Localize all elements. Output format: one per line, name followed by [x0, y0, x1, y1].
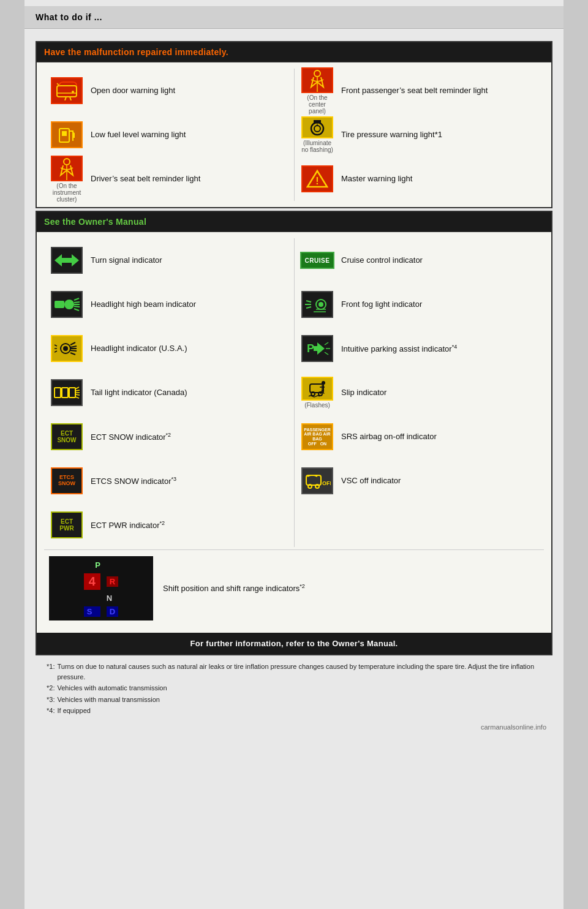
svg-line-22 — [74, 298, 79, 300]
main-content: Have the malfunction repaired immediatel… — [24, 41, 564, 734]
highbeam-svg — [53, 296, 80, 313]
footnote-3-ref: *3: — [47, 695, 55, 705]
seatbelt2-svg — [306, 69, 328, 92]
seatbelt-svg — [56, 157, 78, 180]
shift-r: R — [107, 576, 118, 587]
slip-svg — [306, 379, 328, 399]
footnote-1-text: Turns on due to natural causes such as n… — [57, 662, 541, 682]
passenger-seatbelt-icon: (On the center panel) — [300, 75, 335, 107]
svg-rect-60 — [306, 475, 321, 485]
footnote-2-text: Vehicles with automatic transmission — [57, 683, 167, 693]
svg-line-29 — [70, 342, 75, 345]
tire-pressure-sublabel: (Illuminate no flashing) — [300, 140, 335, 153]
svg-point-2 — [72, 91, 74, 93]
svg-point-62 — [315, 485, 319, 488]
section2-body: Turn signal indicator — [37, 232, 551, 633]
ect-pwr-label: ECT PWR indicator*2 — [91, 519, 165, 531]
svg-line-55 — [325, 352, 328, 355]
slip-icon: (Flashes) — [300, 377, 335, 409]
section2-header: See the Owner's Manual — [37, 212, 551, 232]
parking-svg: P — [304, 340, 331, 357]
front-fog-label: Front fog light indicator — [341, 299, 422, 310]
car-door-svg — [56, 81, 78, 100]
svg-line-44 — [75, 397, 79, 398]
list-item: CRUISE Cruise control indicator — [295, 238, 544, 282]
section1-header: Have the malfunction repaired immediatel… — [37, 42, 551, 62]
list-item: ! Master warning light — [295, 157, 544, 201]
list-item: PASSENGERAIR BAG AIR BAGOFF ON SRS airba… — [295, 415, 544, 459]
low-fuel-icon — [49, 119, 85, 151]
list-item: Open door warning light — [44, 69, 294, 113]
footnote-2-ref: *2: — [47, 683, 55, 693]
front-fog-svg — [304, 296, 331, 313]
srs-label: SRS airbag on-off indicator — [341, 431, 437, 442]
master-warning-label: Master warning light — [341, 173, 412, 184]
svg-line-41 — [75, 390, 80, 391]
bottom-bar: For further information, refer to the Ow… — [37, 633, 551, 654]
svg-line-43 — [75, 394, 80, 395]
passenger-seatbelt-label: Front passenger’s seat belt reminder lig… — [341, 85, 488, 96]
ect-pwr-icon: ECTPWR — [49, 509, 85, 541]
svg-rect-39 — [69, 388, 75, 398]
svg-point-28 — [63, 346, 68, 351]
footnote-4-text: If equipped — [57, 706, 90, 716]
svg-marker-19 — [62, 254, 79, 266]
ect-snow-icon: ECTSNOW — [49, 421, 85, 453]
svg-rect-20 — [55, 301, 64, 308]
turn-signal-label: Turn signal indicator — [91, 255, 162, 266]
footnote-1-ref: *1: — [47, 662, 55, 682]
srs-icon: PASSENGERAIR BAG AIR BAGOFF ON — [300, 421, 335, 453]
svg-line-33 — [70, 353, 75, 355]
shift-s: S — [84, 606, 100, 617]
headlight-usa-icon — [49, 333, 85, 364]
section1-grid: Open door warning light — [44, 69, 544, 201]
svg-point-61 — [308, 485, 312, 488]
list-item: ECTSNOW ECT SNOW indicator*2 — [44, 415, 294, 459]
slip-sublabel: (Flashes) — [304, 402, 330, 409]
turn-signal-icon — [49, 244, 85, 276]
svg-line-5 — [57, 83, 59, 86]
svg-point-46 — [318, 302, 323, 307]
highbeam-icon — [49, 289, 85, 320]
etcs-snow-icon: ETCSSNOW — [49, 465, 85, 497]
svg-point-14 — [314, 126, 320, 132]
footnotes: *1: Turns on due to natural causes such … — [36, 655, 552, 723]
svg-line-49 — [306, 307, 311, 308]
list-item: (On the instrument cluster) Driver’s sea… — [44, 157, 294, 201]
vsc-label: VSC off indicator — [341, 475, 401, 486]
svg-line-34 — [55, 345, 57, 346]
driver-seatbelt-label: Driver’s seat belt reminder light — [91, 173, 200, 184]
svg-point-11 — [314, 70, 320, 77]
footnote-2: *2: Vehicles with automatic transmission — [47, 683, 541, 693]
svg-rect-38 — [62, 388, 68, 398]
list-item: OFF VSC off indicator — [295, 459, 544, 503]
svg-rect-37 — [55, 388, 61, 398]
section2-left: Turn signal indicator — [44, 238, 294, 547]
fuel-svg — [56, 125, 78, 145]
parking-assist-label: Intuitive parking assist indicator*4 — [341, 343, 457, 355]
svg-line-26 — [74, 309, 79, 311]
ect-snow-label: ECT SNOW indicator*2 — [91, 431, 171, 443]
master-warning-icon: ! — [300, 163, 335, 195]
list-item: (Flashes) Slip indicator — [295, 371, 544, 415]
section1-right: (On the center panel) Front passenger’s … — [294, 69, 544, 201]
driver-seatbelt-icon: (On the instrument cluster) — [49, 163, 85, 195]
highbeam-label: Headlight high beam indicator — [91, 299, 196, 310]
footer-domain: carmanualsonline.info — [36, 723, 552, 734]
list-item: ECTPWR ECT PWR indicator*2 — [44, 503, 294, 547]
shift-label: Shift position and shift range indicator… — [163, 583, 305, 594]
list-item: Tail light indicator (Canada) — [44, 371, 294, 415]
turn-signal-svg — [53, 252, 80, 269]
section2-right: CRUISE Cruise control indicator — [294, 238, 544, 547]
passenger-seatbelt-sublabel: (On the center panel) — [300, 94, 335, 115]
svg-point-59 — [322, 381, 325, 385]
svg-point-9 — [64, 159, 70, 165]
open-door-icon — [49, 75, 85, 107]
headlight-usa-label: Headlight indicator (U.S.A.) — [91, 343, 187, 354]
driver-seatbelt-sublabel: (On the instrument cluster) — [49, 183, 85, 203]
svg-line-53 — [325, 342, 328, 345]
etcs-snow-label: ETCS SNOW indicator*3 — [91, 475, 176, 487]
svg-line-32 — [70, 350, 77, 351]
svg-rect-7 — [62, 131, 67, 136]
taillight-canada-label: Tail light indicator (Canada) — [91, 387, 187, 398]
